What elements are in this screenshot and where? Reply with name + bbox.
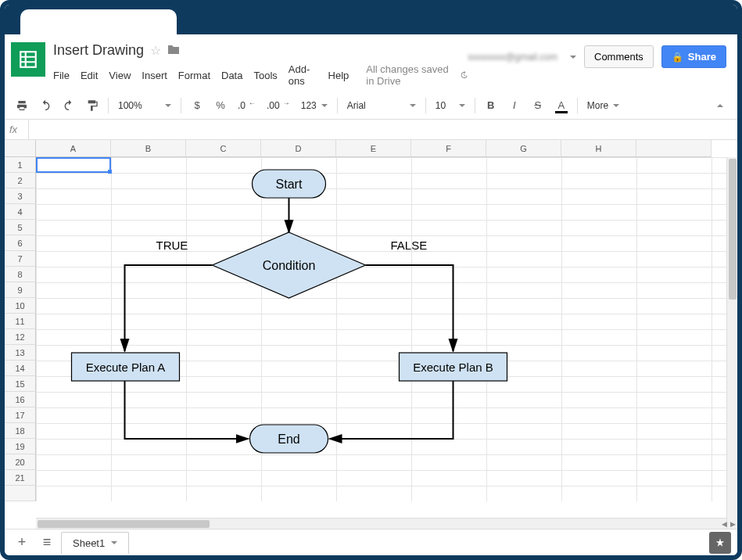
font-size-dropdown[interactable]: 10 [431, 95, 470, 116]
print-button[interactable] [11, 95, 33, 117]
column-header[interactable]: B [111, 140, 186, 157]
column-header[interactable]: H [561, 140, 636, 157]
font-dropdown[interactable]: Arial [342, 95, 421, 116]
account-email[interactable]: xxxxxxxx@gmail.com [468, 52, 557, 63]
column-header[interactable]: E [336, 140, 411, 157]
column-header[interactable]: D [261, 140, 336, 157]
scroll-left-icon[interactable]: ◀ [720, 519, 729, 529]
row-header[interactable]: 4 [5, 204, 36, 220]
menu-tools[interactable]: Tools [253, 70, 277, 81]
row-header[interactable]: 7 [5, 251, 36, 267]
chevron-down-icon [410, 104, 416, 107]
browser-tab[interactable] [20, 9, 177, 34]
row-header[interactable]: 6 [5, 235, 36, 251]
column-header[interactable]: A [36, 140, 111, 157]
select-all-corner[interactable] [5, 140, 36, 157]
chevron-down-icon [321, 104, 328, 107]
column-header[interactable]: G [486, 140, 561, 157]
save-status: All changes saved in Drive [366, 63, 468, 87]
row-header[interactable]: 12 [5, 329, 36, 345]
menu-format[interactable]: Format [178, 70, 210, 81]
percent-button[interactable]: % [210, 95, 231, 117]
row-header[interactable]: 3 [5, 188, 36, 204]
row-header[interactable]: 16 [5, 392, 36, 407]
spreadsheet-icon [18, 49, 38, 70]
account-dropdown-icon[interactable] [570, 56, 576, 59]
row-header[interactable]: 11 [5, 314, 36, 329]
document-title[interactable]: Insert Drawing [53, 42, 144, 59]
row-header[interactable]: 17 [5, 407, 36, 423]
number-format-dropdown[interactable]: 123 [296, 95, 332, 116]
row-header[interactable]: 18 [5, 423, 36, 439]
currency-button[interactable]: $ [186, 95, 208, 117]
bold-button[interactable]: B [480, 95, 502, 117]
vertical-scrollbar-thumb[interactable] [729, 159, 737, 300]
menu-view[interactable]: View [109, 70, 131, 81]
undo-button[interactable] [34, 95, 56, 117]
menu-addons[interactable]: Add-ons [289, 63, 317, 87]
sheet-tab[interactable]: Sheet1 [61, 532, 129, 554]
row-header[interactable]: 20 [5, 454, 36, 470]
fx-label: fx [9, 124, 28, 135]
text-color-button[interactable]: A [550, 95, 572, 117]
row-header[interactable]: 1 [5, 157, 36, 173]
more-label: More [587, 100, 608, 111]
browser-window: Insert Drawing ☆ File Edit View Insert F… [0, 0, 742, 560]
column-header[interactable]: C [186, 140, 261, 157]
comments-button[interactable]: Comments [584, 45, 654, 68]
dec-less-label: .0 [238, 100, 246, 111]
decrease-decimal-button[interactable]: .0← [233, 95, 260, 116]
row-headers: 123456789101112131415161718192021 [5, 157, 36, 501]
menu-insert[interactable]: Insert [142, 70, 167, 81]
all-sheets-button[interactable]: ≡ [36, 532, 58, 554]
sheets-logo[interactable] [11, 42, 45, 77]
cell-grid[interactable]: Start Condition TRUE FALSE [36, 157, 737, 501]
menu-help[interactable]: Help [328, 70, 349, 81]
app-content: Insert Drawing ☆ File Edit View Insert F… [5, 34, 737, 555]
star-icon[interactable]: ☆ [150, 43, 161, 58]
increase-decimal-button[interactable]: .00→ [262, 95, 295, 116]
formula-input[interactable] [29, 120, 733, 139]
row-header[interactable]: 15 [5, 376, 36, 392]
chevron-down-icon[interactable] [111, 541, 117, 544]
more-dropdown[interactable]: More [582, 95, 624, 116]
italic-button[interactable]: I [504, 95, 525, 117]
collapse-toolbar-button[interactable] [709, 95, 731, 117]
row-header[interactable]: 21 [5, 470, 36, 486]
row-header[interactable]: 9 [5, 282, 36, 298]
strikethrough-button[interactable]: S [527, 95, 549, 117]
row-header[interactable]: 13 [5, 345, 36, 361]
row-header[interactable]: 14 [5, 361, 36, 376]
column-headers: ABCDEFGH [36, 140, 737, 157]
header: Insert Drawing ☆ File Edit View Insert F… [5, 34, 737, 92]
row-header[interactable]: 10 [5, 298, 36, 314]
history-icon [460, 70, 468, 81]
share-button[interactable]: 🔒 Share [661, 45, 726, 68]
row-header[interactable]: 19 [5, 439, 36, 454]
spreadsheet-area: ABCDEFGH 1234567891011121314151617181920… [5, 140, 737, 529]
row-header[interactable] [5, 486, 36, 501]
add-sheet-button[interactable]: + [11, 532, 33, 554]
redo-button[interactable] [58, 95, 80, 117]
row-header[interactable]: 5 [5, 220, 36, 235]
horizontal-scrollbar[interactable]: ◀ ▶ [36, 518, 726, 529]
zoom-value: 100% [118, 100, 142, 111]
menu-data[interactable]: Data [221, 70, 242, 81]
vertical-scrollbar[interactable] [726, 157, 737, 529]
row-header[interactable]: 8 [5, 267, 36, 282]
font-name: Arial [347, 100, 366, 111]
dec-more-label: .00 [267, 100, 280, 111]
menu-edit[interactable]: Edit [81, 70, 98, 81]
column-header[interactable] [636, 140, 712, 157]
row-header[interactable]: 2 [5, 173, 36, 188]
zoom-dropdown[interactable]: 100% [113, 95, 176, 116]
share-label: Share [688, 51, 716, 63]
explore-button[interactable] [709, 532, 731, 554]
chevron-down-icon [165, 104, 171, 107]
folder-icon[interactable] [167, 44, 180, 58]
menu-file[interactable]: File [53, 70, 70, 81]
scroll-right-icon[interactable]: ▶ [729, 519, 737, 529]
column-header[interactable]: F [411, 140, 486, 157]
paint-format-button[interactable] [81, 95, 103, 117]
horizontal-scrollbar-thumb[interactable] [38, 520, 210, 528]
